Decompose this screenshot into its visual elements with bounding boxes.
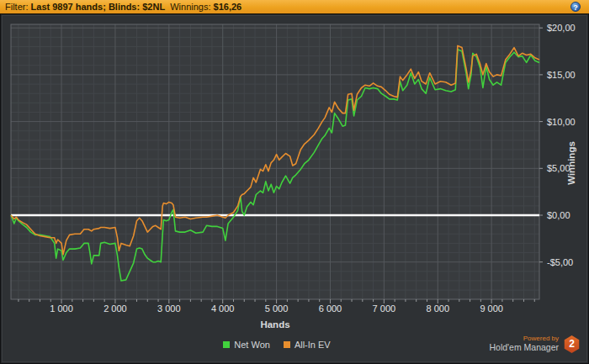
legend-item-net-won: Net Won	[223, 340, 270, 350]
x-axis-title: Hands	[260, 319, 289, 330]
y-tick-label: $15,00	[547, 70, 576, 80]
x-tick-label: 1 000	[50, 303, 73, 314]
x-tick-label: 7 000	[373, 303, 396, 314]
y-tick-label: $10,00	[547, 117, 576, 127]
all-in-ev-label: All-In EV	[294, 340, 331, 350]
chart-legend: Net Won All-In EV	[3, 340, 551, 350]
net-won-swatch	[223, 341, 230, 348]
x-tick-label: 6 000	[319, 303, 342, 314]
x-tick-label: 8 000	[426, 303, 449, 314]
x-tick-label: 4 000	[211, 303, 235, 314]
y-tick-label: $20,00	[547, 23, 576, 33]
filter-label: Filter:	[5, 2, 31, 12]
filter-bar[interactable]: Filter: Last 9897 hands; Blinds: $2NL Wi…	[0, 0, 589, 14]
winnings-value: $16,26	[214, 2, 242, 12]
y-tick-label: $0,00	[547, 210, 570, 220]
hem-graph-window: Filter: Last 9897 hands; Blinds: $2NL Wi…	[0, 0, 589, 364]
x-tick-label: 5 000	[265, 303, 289, 314]
winnings-chart: 1 0002 0003 0004 0005 0006 0007 0008 000…	[3, 16, 588, 361]
x-tick-label: 9 000	[480, 303, 503, 314]
x-tick-label: 3 000	[157, 303, 181, 314]
filter-value[interactable]: Last 9897 hands; Blinds: $2NL	[31, 2, 166, 12]
winnings-label: Winnings:	[165, 2, 213, 12]
all-in-ev-swatch	[284, 341, 290, 348]
legend-item-all-in-ev: All-In EV	[284, 340, 331, 350]
hem2-badge-icon: 2	[564, 335, 580, 353]
y-tick-label: -$5,00	[547, 257, 573, 267]
net-won-label: Net Won	[234, 340, 270, 350]
chart-panel: 1 0002 0003 0004 0005 0006 0007 0008 000…	[2, 15, 587, 362]
powered-by-block: Powered by Hold'em Manager 2	[489, 335, 580, 353]
brand-label: Hold'em Manager	[489, 343, 559, 353]
help-icon[interactable]: ?	[570, 2, 581, 12]
x-tick-label: 2 000	[103, 303, 127, 314]
y-axis-title: Winnings	[566, 141, 576, 185]
